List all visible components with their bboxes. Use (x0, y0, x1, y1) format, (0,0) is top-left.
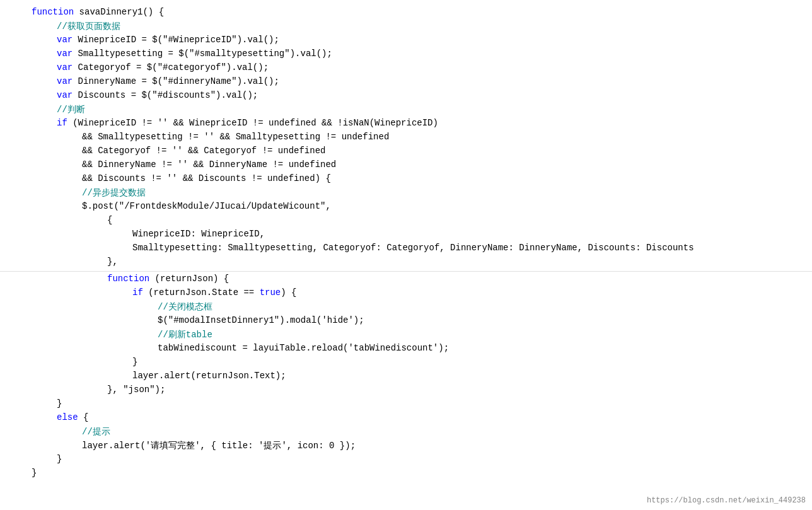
code-container: function savaDinnery1() {//获取页面数据var Win… (0, 0, 812, 510)
code-token: Smalltypesetting: Smalltypesetting, Cate… (132, 243, 694, 253)
code-block: function savaDinnery1() {//获取页面数据var Win… (0, 6, 812, 481)
code-line: function (returnJson) { (0, 273, 812, 287)
code-token: && Smalltypesetting != '' && Smalltypese… (82, 132, 389, 142)
code-token: //关闭模态框 (158, 301, 212, 313)
code-token: WinepriceID: WinepriceID, (132, 229, 265, 239)
code-line: && Discounts != '' && Discounts != undef… (0, 173, 812, 187)
code-token: else (57, 412, 78, 422)
code-token: } (32, 468, 37, 478)
code-token: } (57, 454, 62, 464)
code-token: savaDinnery1() { (74, 7, 164, 17)
code-token: (returnJson) { (149, 274, 229, 284)
code-line: && Categoryof != '' && Categoryof != und… (0, 145, 812, 159)
code-token: DinneryName = $("#dinneryName").val(); (72, 76, 279, 86)
code-line: //异步提交数据 (0, 187, 812, 200)
code-line: layer.alert('请填写完整', { title: '提示', icon… (0, 439, 812, 453)
code-token: var (57, 49, 72, 59)
code-line: && DinneryName != '' && DinneryName != u… (0, 159, 812, 173)
code-token: }, "json"); (107, 385, 165, 395)
code-token: //判断 (57, 104, 85, 115)
code-line: tabWinediscount = layuiTable.reload('tab… (0, 342, 812, 356)
code-token: && Discounts != '' && Discounts != undef… (82, 173, 331, 183)
code-line: layer.alert(returnJson.Text); (0, 370, 812, 384)
code-token: if (132, 287, 143, 298)
code-token: { (107, 215, 112, 225)
code-line: } (0, 356, 812, 370)
code-token: //获取页面数据 (57, 21, 120, 32)
code-token: }, (107, 257, 118, 267)
code-token: var (57, 76, 72, 86)
code-line: else { (0, 412, 812, 426)
code-line: //判断 (0, 103, 812, 117)
code-line: WinepriceID: WinepriceID, (0, 228, 812, 242)
code-line: //刷新table (0, 328, 812, 342)
code-token: { (78, 412, 89, 422)
code-token: layer.alert(returnJson.Text); (132, 371, 286, 381)
code-line: function savaDinnery1() { (0, 6, 812, 20)
code-line: if (returnJson.State == true) { (0, 287, 812, 301)
code-token: layer.alert('请填写完整', { title: '提示', icon… (82, 440, 356, 451)
code-token: true (260, 287, 281, 298)
code-token: if (57, 118, 67, 128)
code-line: && Smalltypesetting != '' && Smalltypese… (0, 131, 812, 145)
code-token: } (132, 357, 137, 367)
code-line: } (0, 467, 812, 481)
code-line: var WinepriceID = $("#WinepriceID").val(… (0, 34, 812, 48)
code-line: //提示 (0, 426, 812, 439)
code-line: $("#modalInsetDinnery1").modal('hide'); (0, 315, 812, 328)
code-line: { (0, 214, 812, 228)
code-line: $.post("/FrontdeskModule/JIucai/UpdateWi… (0, 200, 812, 214)
code-line: } (0, 453, 812, 467)
url-text: https://blog.csdn.net/weixin_449238 (647, 496, 806, 505)
code-token: $("#modalInsetDinnery1").modal('hide'); (158, 315, 364, 325)
code-token: Categoryof = $("#categoryof").val(); (72, 62, 269, 72)
code-line: var Discounts = $("#discounts").val(); (0, 90, 812, 103)
code-line: } (0, 398, 812, 412)
code-token: var (57, 90, 72, 100)
code-line: var Smalltypesetting = $("#smalltypesett… (0, 48, 812, 62)
code-token: $.post("/FrontdeskModule/JIucai/UpdateWi… (82, 201, 331, 211)
code-token: tabWinediscount = layuiTable.reload('tab… (158, 343, 449, 353)
code-token: function (32, 7, 74, 17)
code-line: }, "json"); (0, 384, 812, 398)
code-token: ) { (281, 287, 296, 298)
code-line: var Categoryof = $("#categoryof").val(); (0, 62, 812, 76)
code-token: //刷新table (158, 329, 212, 340)
code-token: } (57, 398, 62, 409)
code-line: //关闭模态框 (0, 301, 812, 315)
code-line: Smalltypesetting: Smalltypesetting, Cate… (0, 242, 812, 256)
code-token: //异步提交数据 (82, 187, 146, 199)
code-token: //提示 (82, 426, 110, 438)
code-divider (0, 271, 812, 272)
code-line: }, (0, 256, 812, 270)
code-token: function (107, 274, 149, 284)
code-line: if (WinepriceID != '' && WinepriceID != … (0, 117, 812, 131)
code-token: Smalltypesetting = $("#smalltypesetting"… (72, 49, 332, 59)
code-token: var (57, 35, 72, 45)
code-token: var (57, 62, 72, 72)
code-token: && DinneryName != '' && DinneryName != u… (82, 159, 336, 170)
code-token: WinepriceID = $("#WinepriceID").val(); (72, 35, 279, 45)
code-token: && Categoryof != '' && Categoryof != und… (82, 146, 325, 156)
code-line: //获取页面数据 (0, 20, 812, 34)
code-token: Discounts = $("#discounts").val(); (72, 90, 258, 100)
code-token: (WinepriceID != '' && WinepriceID != und… (67, 118, 438, 128)
code-token: (returnJson.State == (143, 287, 260, 298)
code-line: var DinneryName = $("#dinneryName").val(… (0, 76, 812, 90)
